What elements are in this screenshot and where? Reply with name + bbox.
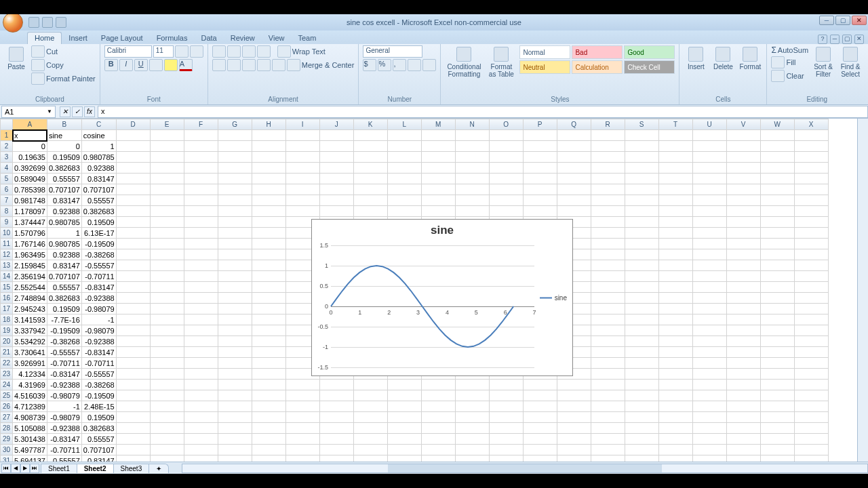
cell[interactable] (692, 412, 726, 423)
row-header[interactable]: 13 (1, 260, 13, 271)
cell[interactable] (658, 249, 692, 260)
cell[interactable]: x (13, 130, 47, 141)
cell[interactable] (557, 423, 591, 434)
cell[interactable]: 0.55557 (81, 434, 116, 445)
ribbon-tab-team[interactable]: Team (291, 33, 323, 44)
cell[interactable] (285, 195, 319, 206)
cell[interactable] (658, 271, 692, 282)
cell[interactable] (285, 390, 319, 401)
row-header[interactable]: 24 (1, 380, 13, 390)
cell[interactable] (760, 249, 794, 260)
cell[interactable]: 5.694137 (13, 455, 47, 462)
cell[interactable] (794, 401, 828, 412)
cell[interactable] (150, 260, 184, 271)
cell[interactable] (557, 380, 591, 390)
cell[interactable] (353, 206, 387, 217)
row-header[interactable]: 5 (1, 174, 13, 184)
cell[interactable] (726, 336, 760, 347)
cell[interactable] (252, 325, 285, 336)
cell[interactable] (726, 423, 760, 434)
cell[interactable] (353, 434, 387, 445)
cell[interactable] (625, 369, 658, 380)
row-header[interactable]: 2 (1, 141, 13, 152)
cell[interactable] (591, 380, 625, 390)
cell[interactable] (726, 184, 760, 195)
cell[interactable] (760, 282, 794, 293)
cell[interactable] (658, 195, 692, 206)
cell[interactable] (760, 455, 794, 462)
sort-filter-button[interactable]: Sort & Filter (811, 45, 835, 79)
font-name-combo[interactable]: Calibri (104, 45, 152, 58)
cell[interactable]: 0.707107 (47, 271, 81, 282)
cell[interactable] (489, 152, 523, 163)
cell[interactable] (658, 304, 692, 314)
autosum-button[interactable]: Σ AutoSum (771, 45, 808, 55)
cell[interactable] (218, 152, 252, 163)
cell[interactable]: 0.785398 (13, 184, 47, 195)
cell[interactable] (387, 141, 421, 152)
cell[interactable] (252, 271, 285, 282)
row-header[interactable]: 31 (1, 455, 13, 462)
align-right-icon[interactable] (242, 59, 256, 71)
cell[interactable] (184, 271, 218, 282)
minimize-ribbon-icon[interactable]: ─ (830, 35, 840, 44)
cell[interactable] (489, 130, 523, 141)
cell[interactable] (591, 206, 625, 217)
format-as-table-button[interactable]: Format as Table (486, 45, 517, 79)
cell[interactable] (150, 141, 184, 152)
cell[interactable] (285, 455, 319, 462)
cell[interactable] (150, 423, 184, 434)
cell[interactable] (489, 163, 523, 174)
row-header[interactable]: 19 (1, 325, 13, 336)
cell[interactable] (455, 152, 489, 163)
cell[interactable] (116, 412, 150, 423)
cell[interactable] (489, 141, 523, 152)
cell[interactable] (421, 184, 455, 195)
cell[interactable] (760, 325, 794, 336)
cell[interactable] (692, 184, 726, 195)
cell[interactable] (489, 184, 523, 195)
clear-button[interactable]: Clear (771, 70, 808, 82)
cell[interactable] (184, 141, 218, 152)
cell[interactable] (658, 184, 692, 195)
increase-indent-icon[interactable] (272, 59, 285, 71)
cell[interactable] (455, 184, 489, 195)
cell[interactable] (353, 195, 387, 206)
cell[interactable] (387, 380, 421, 390)
cell[interactable] (726, 217, 760, 228)
cell[interactable]: -0.38268 (81, 380, 116, 390)
style-check-cell[interactable]: Check Cell (624, 60, 675, 74)
cell[interactable] (150, 445, 184, 455)
sheet-tab[interactable]: Sheet1 (41, 464, 77, 473)
cell[interactable] (658, 217, 692, 228)
column-header[interactable]: B (47, 119, 81, 130)
cell[interactable] (184, 163, 218, 174)
cell[interactable] (150, 314, 184, 325)
align-top-icon[interactable] (212, 45, 226, 58)
cell[interactable] (218, 282, 252, 293)
cancel-formula-icon[interactable]: ✕ (60, 106, 71, 117)
horizontal-scrollbar[interactable] (182, 464, 868, 473)
cell[interactable] (794, 130, 828, 141)
paste-button[interactable]: Paste (4, 45, 28, 72)
cell[interactable] (591, 152, 625, 163)
cell[interactable] (726, 369, 760, 380)
ribbon-tab-page-layout[interactable]: Page Layout (94, 33, 150, 44)
cell[interactable] (726, 325, 760, 336)
cell[interactable]: -0.92388 (47, 380, 81, 390)
cell[interactable] (726, 195, 760, 206)
cell[interactable] (591, 217, 625, 228)
cell[interactable] (726, 293, 760, 304)
cell[interactable] (116, 434, 150, 445)
cell[interactable] (523, 423, 557, 434)
cell[interactable] (218, 390, 252, 401)
cell[interactable] (184, 228, 218, 239)
cell[interactable] (116, 314, 150, 325)
cell[interactable] (658, 445, 692, 455)
cell[interactable] (252, 455, 285, 462)
cell[interactable] (591, 130, 625, 141)
cell[interactable] (523, 445, 557, 455)
cell[interactable]: 2.748894 (13, 293, 47, 304)
tab-nav-first[interactable]: ⏮ (1, 464, 11, 473)
cell[interactable] (353, 423, 387, 434)
